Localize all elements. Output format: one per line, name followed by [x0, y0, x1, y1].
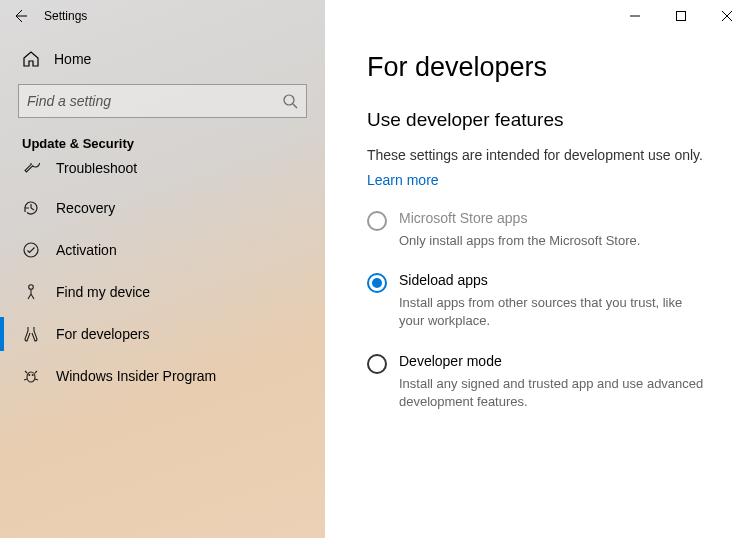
- option-developer-mode: Developer mode Install any signed and tr…: [367, 353, 708, 411]
- home-nav[interactable]: Home: [0, 32, 325, 84]
- sidebar-item-find-my-device[interactable]: Find my device: [0, 271, 325, 313]
- settings-window: Settings Home Update & Security Troub: [0, 0, 750, 538]
- sidebar-item-recovery[interactable]: Recovery: [0, 187, 325, 229]
- app-title: Settings: [44, 9, 87, 23]
- sidebar-item-label: Find my device: [56, 284, 150, 300]
- radio-sideload-apps[interactable]: [367, 273, 387, 293]
- search-icon: [282, 93, 298, 109]
- section-header: Update & Security: [0, 136, 325, 163]
- search-box[interactable]: [18, 84, 307, 118]
- sidebar-item-troubleshoot[interactable]: Troubleshoot: [0, 163, 325, 187]
- search-input[interactable]: [27, 93, 282, 109]
- sidebar-item-label: Windows Insider Program: [56, 368, 216, 384]
- radio-label: Developer mode: [399, 353, 708, 369]
- svg-line-2: [293, 104, 297, 108]
- location-icon: [22, 283, 40, 301]
- sidebar: Settings Home Update & Security Troub: [0, 0, 325, 538]
- history-icon: [22, 199, 40, 217]
- option-sideload-apps: Sideload apps Install apps from other so…: [367, 272, 708, 330]
- section-subtitle: Use developer features: [367, 109, 708, 131]
- bug-icon: [22, 367, 40, 385]
- radio-microsoft-store-apps: [367, 211, 387, 231]
- radio-developer-mode[interactable]: [367, 354, 387, 374]
- option-texts: Sideload apps Install apps from other so…: [399, 272, 708, 330]
- svg-rect-11: [677, 12, 686, 21]
- option-microsoft-store-apps: Microsoft Store apps Only install apps f…: [367, 210, 708, 250]
- main-panel: For developers Use developer features Th…: [325, 0, 750, 538]
- svg-line-4: [31, 208, 34, 210]
- content: For developers Use developer features Th…: [325, 32, 750, 433]
- minimize-button[interactable]: [612, 0, 658, 32]
- titlebar-left: Settings: [0, 0, 325, 32]
- sidebar-item-label: Activation: [56, 242, 117, 258]
- titlebar-right: [325, 0, 750, 32]
- home-icon: [22, 50, 40, 68]
- sidebar-item-insider-program[interactable]: Windows Insider Program: [0, 355, 325, 397]
- back-button[interactable]: [10, 6, 30, 26]
- page-title: For developers: [367, 52, 708, 83]
- sidebar-item-label: Recovery: [56, 200, 115, 216]
- tools-icon: [22, 325, 40, 343]
- nav-list: Troubleshoot Recovery Activation Find my…: [0, 163, 325, 538]
- sidebar-item-activation[interactable]: Activation: [0, 229, 325, 271]
- sidebar-item-label: For developers: [56, 326, 149, 342]
- option-texts: Microsoft Store apps Only install apps f…: [399, 210, 708, 250]
- svg-point-8: [28, 374, 30, 376]
- svg-point-1: [284, 95, 294, 105]
- radio-desc: Install apps from other sources that you…: [399, 294, 708, 330]
- svg-point-9: [32, 374, 34, 376]
- radio-label: Sideload apps: [399, 272, 708, 288]
- radio-desc: Install any signed and trusted app and u…: [399, 375, 708, 411]
- wrench-icon: [22, 163, 40, 175]
- check-circle-icon: [22, 241, 40, 259]
- radio-desc: Only install apps from the Microsoft Sto…: [399, 232, 708, 250]
- option-texts: Developer mode Install any signed and tr…: [399, 353, 708, 411]
- sidebar-item-label: Troubleshoot: [56, 163, 137, 176]
- svg-point-6: [29, 285, 34, 290]
- search-container: [18, 84, 307, 118]
- radio-label: Microsoft Store apps: [399, 210, 708, 226]
- svg-point-5: [24, 243, 38, 257]
- learn-more-link[interactable]: Learn more: [367, 172, 439, 188]
- svg-point-7: [27, 372, 35, 382]
- close-button[interactable]: [704, 0, 750, 32]
- home-label: Home: [54, 51, 91, 67]
- section-description: These settings are intended for developm…: [367, 147, 708, 163]
- sidebar-item-for-developers[interactable]: For developers: [0, 313, 325, 355]
- maximize-button[interactable]: [658, 0, 704, 32]
